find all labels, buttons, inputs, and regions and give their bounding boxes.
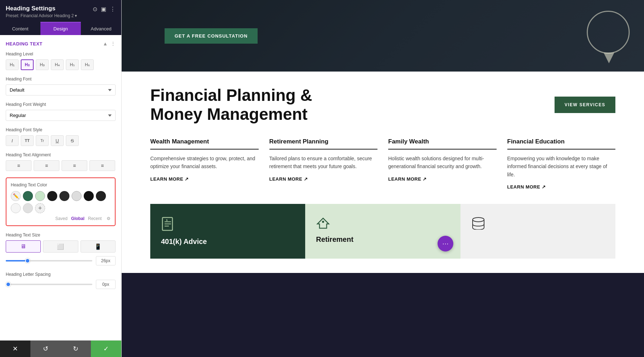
main-headline: Financial Planning & Money Management bbox=[150, 86, 312, 124]
color-picker-icon[interactable]: ✏️ bbox=[11, 191, 21, 201]
headline-line1: Financial Planning & bbox=[150, 86, 312, 104]
heading-text-color-section: Heading Text Color ✏️ + Saved Global Rec… bbox=[6, 177, 116, 226]
card-icon-misc bbox=[471, 217, 486, 233]
align-right-button[interactable]: ≡ bbox=[62, 160, 87, 171]
service-divider-2 bbox=[269, 149, 378, 150]
mobile-device-button[interactable]: 📱 bbox=[80, 240, 116, 253]
learn-more-education[interactable]: LEARN MORE ↗ bbox=[507, 184, 616, 190]
content-area: Financial Planning & Money Management VI… bbox=[122, 72, 644, 273]
learn-more-family[interactable]: LEARN MORE ↗ bbox=[388, 176, 497, 182]
swatch-4[interactable] bbox=[59, 191, 69, 201]
card-title-401k: 401(k) Advice bbox=[161, 238, 207, 246]
swatch-1[interactable] bbox=[23, 191, 33, 201]
hero-content: GET A FREE CONSULTATION bbox=[165, 28, 258, 44]
section-header: Heading Text ▲ ⋮ bbox=[6, 41, 116, 47]
consultation-button[interactable]: GET A FREE CONSULTATION bbox=[165, 28, 258, 44]
align-left-button[interactable]: ≡ bbox=[6, 160, 31, 171]
recent-tab[interactable]: Recent bbox=[88, 216, 102, 221]
right-panel: GET A FREE CONSULTATION Financial Planni… bbox=[122, 0, 644, 357]
font-style-buttons: I TT Tr U S bbox=[6, 135, 116, 146]
swatch-3[interactable] bbox=[47, 191, 57, 201]
strikethrough-button[interactable]: S bbox=[66, 135, 79, 146]
more-icon[interactable]: ⋮ bbox=[110, 6, 116, 13]
panel-tabs: Content Design Advanced bbox=[0, 22, 121, 35]
learn-more-wealth[interactable]: LEARN MORE ↗ bbox=[150, 176, 259, 182]
service-desc-family: Holistic wealth solutions designed for m… bbox=[388, 155, 497, 171]
heading-font-select[interactable]: Default bbox=[6, 84, 116, 96]
save-button[interactable]: ✓ bbox=[91, 341, 121, 357]
text-size-slider-thumb[interactable] bbox=[25, 258, 30, 263]
heading-text-color-label: Heading Text Color bbox=[11, 182, 111, 187]
service-title-retirement: Retirement Planning bbox=[269, 138, 378, 145]
global-tab[interactable]: Global bbox=[71, 216, 84, 221]
collapse-icon[interactable]: ▲ bbox=[103, 41, 108, 47]
italic-button[interactable]: I bbox=[6, 135, 19, 146]
arrow-icon-1: ↗ bbox=[185, 176, 189, 182]
align-center-button[interactable]: ≡ bbox=[34, 160, 59, 171]
heading-text-alignment-label: Heading Text Alignment bbox=[6, 152, 116, 157]
card-title-retirement: Retirement bbox=[316, 235, 353, 244]
svg-point-5 bbox=[322, 221, 324, 223]
tablet-device-button[interactable]: ⬜ bbox=[43, 240, 78, 253]
add-color-swatch[interactable]: + bbox=[35, 203, 45, 213]
desktop-device-button[interactable]: 🖥 bbox=[6, 240, 41, 253]
swatch-6[interactable] bbox=[84, 191, 94, 201]
h4-button[interactable]: H₄ bbox=[51, 59, 64, 70]
service-title-family: Family Wealth bbox=[388, 138, 497, 145]
bottom-cards: $ 401(k) Advice Retirement ⋯ bbox=[150, 204, 615, 259]
text-size-value[interactable]: 26px bbox=[96, 256, 116, 265]
letter-spacing-value[interactable]: 0px bbox=[96, 280, 116, 289]
hero-section: GET A FREE CONSULTATION bbox=[122, 0, 644, 72]
service-title-education: Financial Education bbox=[507, 138, 616, 145]
tab-design[interactable]: Design bbox=[40, 22, 81, 35]
text-size-slider-fill bbox=[6, 260, 28, 261]
undo-button[interactable]: ↺ bbox=[30, 341, 61, 357]
circle-tail bbox=[604, 53, 614, 63]
service-desc-education: Empowering you with knowledge to make in… bbox=[507, 155, 616, 178]
swatch-9[interactable] bbox=[23, 203, 33, 213]
svg-point-6 bbox=[473, 217, 484, 222]
redo-button[interactable]: ↻ bbox=[61, 341, 91, 357]
service-divider-3 bbox=[388, 149, 497, 150]
swatch-7[interactable] bbox=[96, 191, 106, 201]
letter-spacing-slider-thumb[interactable] bbox=[6, 282, 11, 287]
h3-button[interactable]: H₃ bbox=[36, 59, 49, 70]
focus-icon[interactable]: ⊙ bbox=[93, 6, 97, 13]
swatch-5[interactable] bbox=[72, 191, 82, 201]
underline-button[interactable]: U bbox=[51, 135, 64, 146]
card-icon-retirement bbox=[316, 217, 330, 233]
view-services-button[interactable]: VIEW SERVICES bbox=[555, 97, 615, 113]
section-more-icon[interactable]: ⋮ bbox=[111, 41, 116, 47]
cancel-button[interactable]: ✕ bbox=[0, 341, 30, 357]
text-size-slider-row: 26px bbox=[6, 256, 116, 265]
letter-spacing-slider-track[interactable] bbox=[6, 284, 92, 285]
section-title: Heading Text bbox=[6, 41, 43, 47]
h6-button[interactable]: H₆ bbox=[81, 59, 94, 70]
layout-icon[interactable]: ▣ bbox=[101, 6, 106, 13]
capitalize-button[interactable]: Tr bbox=[36, 135, 49, 146]
heading-level-buttons: H₁ H₂ H₃ H₄ H₅ H₆ bbox=[6, 59, 116, 70]
swatch-8[interactable] bbox=[11, 203, 21, 213]
letter-spacing-slider-row: 0px bbox=[6, 280, 116, 289]
learn-more-retirement[interactable]: LEARN MORE ↗ bbox=[269, 176, 378, 182]
saved-tab[interactable]: Saved bbox=[55, 216, 68, 221]
heading-font-weight-select[interactable]: Regular bbox=[6, 110, 116, 121]
service-desc-retirement: Tailored plans to ensure a comfortable, … bbox=[269, 155, 378, 171]
align-justify-button[interactable]: ≡ bbox=[89, 160, 115, 171]
alignment-buttons: ≡ ≡ ≡ ≡ bbox=[6, 160, 116, 171]
heading-letter-spacing-label: Heading Letter Spacing bbox=[6, 272, 116, 277]
color-settings-icon[interactable]: ⚙ bbox=[107, 216, 111, 221]
heading-font-weight-label: Heading Font Weight bbox=[6, 102, 116, 107]
floating-menu-button[interactable]: ⋯ bbox=[438, 236, 453, 251]
h5-button[interactable]: H₅ bbox=[66, 59, 79, 70]
color-swatches-row1: ✏️ bbox=[11, 191, 111, 201]
panel-preset[interactable]: Preset: Financial Advisor Heading 2 ▾ bbox=[6, 13, 77, 18]
h2-button[interactable]: H₂ bbox=[21, 59, 34, 70]
tab-content[interactable]: Content bbox=[0, 22, 40, 35]
swatch-2[interactable] bbox=[35, 191, 45, 201]
text-size-slider-track[interactable] bbox=[6, 260, 92, 261]
h1-button[interactable]: H₁ bbox=[6, 59, 19, 70]
tab-advanced[interactable]: Advanced bbox=[81, 22, 121, 35]
main-headline-row: Financial Planning & Money Management VI… bbox=[150, 86, 615, 124]
uppercase-button[interactable]: TT bbox=[21, 135, 34, 146]
